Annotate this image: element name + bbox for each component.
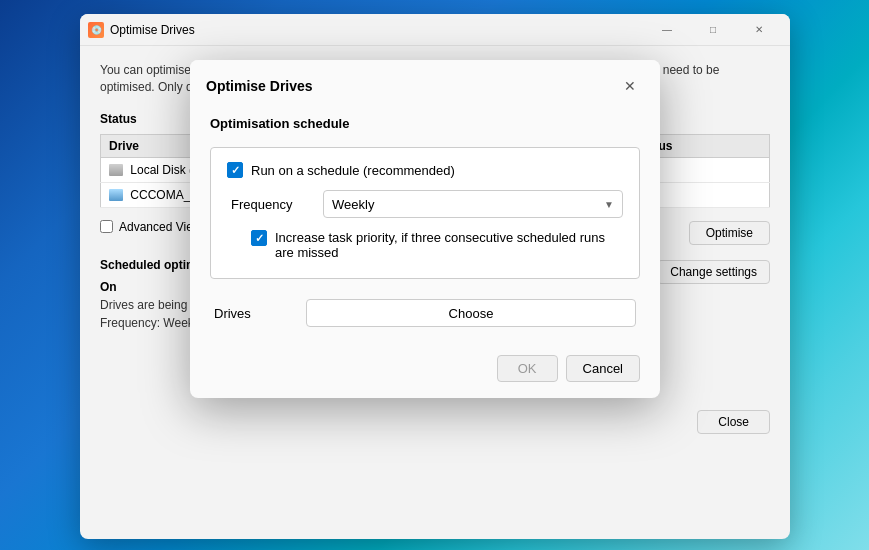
increase-priority-label: Increase task priority, if three consecu… xyxy=(275,230,623,260)
run-on-schedule-checkbox[interactable] xyxy=(227,162,243,178)
change-settings-button[interactable]: Change settings xyxy=(657,260,770,284)
optimisation-schedule-heading: Optimisation schedule xyxy=(210,116,640,131)
modal-footer: OK Cancel xyxy=(190,347,660,398)
run-on-schedule-label: Run on a schedule (recommended) xyxy=(251,163,455,178)
defrag-icon: 💿 xyxy=(88,22,104,38)
bg-window-controls: — □ ✕ xyxy=(644,14,782,46)
main-close-button[interactable]: Close xyxy=(697,410,770,434)
cancel-button[interactable]: Cancel xyxy=(566,355,640,382)
increase-priority-row: Increase task priority, if three consecu… xyxy=(227,230,623,260)
frequency-row: Frequency Weekly ▼ xyxy=(227,190,623,218)
modal-titlebar: Optimise Drives ✕ xyxy=(190,60,660,108)
bg-window-titlebar: 💿 Optimise Drives — □ ✕ xyxy=(80,14,790,46)
modal-title: Optimise Drives xyxy=(206,78,313,94)
bg-close-button[interactable]: ✕ xyxy=(736,14,782,46)
schedule-box: Run on a schedule (recommended) Frequenc… xyxy=(210,147,640,279)
advanced-view-row: Advanced View xyxy=(100,220,202,234)
run-on-schedule-row: Run on a schedule (recommended) xyxy=(227,162,623,178)
drives-label: Drives xyxy=(214,306,294,321)
frequency-label: Frequency xyxy=(231,197,311,212)
frequency-dropdown-arrow: ▼ xyxy=(604,199,614,210)
advanced-view-checkbox[interactable] xyxy=(100,220,113,233)
modal-dialog: Optimise Drives ✕ Optimisation schedule … xyxy=(190,60,660,398)
bg-window-title: Optimise Drives xyxy=(110,23,644,37)
drives-row: Drives Choose xyxy=(210,295,640,331)
increase-priority-checkbox[interactable] xyxy=(251,230,267,246)
frequency-value: Weekly xyxy=(332,197,374,212)
ok-button[interactable]: OK xyxy=(497,355,558,382)
optimise-button[interactable]: Optimise xyxy=(689,221,770,245)
bg-maximize-button[interactable]: □ xyxy=(690,14,736,46)
choose-button[interactable]: Choose xyxy=(306,299,636,327)
modal-close-button[interactable]: ✕ xyxy=(616,72,644,100)
frequency-select[interactable]: Weekly ▼ xyxy=(323,190,623,218)
cd-icon xyxy=(109,189,123,201)
bg-minimize-button[interactable]: — xyxy=(644,14,690,46)
modal-content: Optimisation schedule Run on a schedule … xyxy=(190,108,660,347)
drive-icon xyxy=(109,164,123,176)
